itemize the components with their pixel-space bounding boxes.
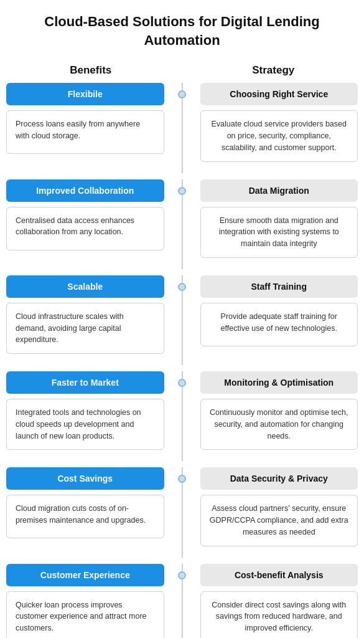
benefit-description: Quicker loan process improves customer e… — [6, 591, 164, 638]
page-title: Cloud-Based Solutions for Digital Lendin… — [6, 12, 358, 49]
right-column-header: Strategy — [189, 64, 358, 77]
timeline-row: Faster to MarketIntegrated tools and tec… — [6, 371, 358, 461]
benefit-button[interactable]: Customer Experience — [6, 564, 164, 586]
timeline-center — [175, 371, 189, 461]
benefit-button[interactable]: Scalable — [6, 275, 164, 298]
strategy-description: Continuously monitor and optimise tech, … — [200, 399, 358, 450]
benefit-description: Cloud migration cuts costs of on-premise… — [6, 495, 164, 538]
strategy-title: Cost-benefit Analysis — [200, 564, 358, 586]
strategy-block: Choosing Right ServiceEvaluate cloud ser… — [200, 83, 358, 161]
benefit-description: Process loans easily from anywhere with … — [6, 110, 164, 154]
strategy-column: Data Security & PrivacyAssess cloud part… — [189, 467, 358, 557]
strategy-column: Choosing Right ServiceEvaluate cloud ser… — [189, 83, 358, 173]
benefit-column: FlexibileProcess loans easily from anywh… — [6, 83, 175, 173]
timeline: FlexibileProcess loans easily from anywh… — [6, 83, 358, 638]
benefit-block: Customer ExperienceQuicker loan process … — [6, 564, 164, 638]
benefit-button[interactable]: Improved Collaboration — [6, 179, 164, 202]
benefit-column: Cost SavingsCloud migration cuts costs o… — [6, 467, 175, 557]
benefit-block: Improved CollaborationCentralised data a… — [6, 179, 164, 250]
benefit-block: Cost SavingsCloud migration cuts costs o… — [6, 467, 164, 538]
strategy-description: Provide adequate staff training for effe… — [200, 303, 358, 346]
timeline-dot — [178, 90, 186, 98]
timeline-row: Improved CollaborationCentralised data a… — [6, 179, 358, 269]
timeline-row: FlexibileProcess loans easily from anywh… — [6, 83, 358, 173]
left-column-header: Benefits — [6, 64, 175, 77]
strategy-block: Cost-benefit AnalysisConsider direct cos… — [200, 564, 358, 638]
timeline-dot — [178, 475, 186, 483]
strategy-description: Assess cloud partners' security, ensure … — [200, 495, 358, 546]
strategy-description: Ensure smooth data migration and integra… — [200, 207, 358, 258]
timeline-row: Customer ExperienceQuicker loan process … — [6, 564, 358, 638]
strategy-title: Monitoring & Optimisation — [200, 371, 358, 394]
benefit-button[interactable]: Cost Savings — [6, 467, 164, 490]
strategy-title: Choosing Right Service — [200, 83, 358, 105]
timeline-center — [175, 564, 189, 638]
strategy-column: Cost-benefit AnalysisConsider direct cos… — [189, 564, 358, 638]
columns-header: Benefits Strategy — [6, 64, 358, 77]
strategy-title: Staff Training — [200, 275, 358, 298]
strategy-title: Data Migration — [200, 179, 358, 202]
strategy-description: Consider direct cost savings along with … — [200, 591, 358, 638]
strategy-description: Evaluate cloud service providers based o… — [200, 110, 358, 161]
benefit-column: Improved CollaborationCentralised data a… — [6, 179, 175, 269]
strategy-title: Data Security & Privacy — [200, 467, 358, 490]
strategy-block: Data Security & PrivacyAssess cloud part… — [200, 467, 358, 546]
benefit-description: Cloud infrastructure scales with demand,… — [6, 303, 164, 354]
strategy-column: Monitoring & OptimisationContinuously mo… — [189, 371, 358, 461]
timeline-dot — [178, 571, 186, 579]
timeline-row: Cost SavingsCloud migration cuts costs o… — [6, 467, 358, 557]
timeline-center — [175, 467, 189, 557]
timeline-center — [175, 179, 189, 269]
timeline-dot — [178, 187, 186, 195]
strategy-column: Staff TrainingProvide adequate staff tra… — [189, 275, 358, 365]
benefit-column: Faster to MarketIntegrated tools and tec… — [6, 371, 175, 461]
timeline-dot — [178, 379, 186, 387]
benefit-description: Integrated tools and technologies on clo… — [6, 399, 164, 450]
benefit-block: FlexibileProcess loans easily from anywh… — [6, 83, 164, 154]
benefit-block: Faster to MarketIntegrated tools and tec… — [6, 371, 164, 450]
strategy-block: Monitoring & OptimisationContinuously mo… — [200, 371, 358, 450]
benefit-button[interactable]: Flexibile — [6, 83, 164, 105]
timeline-center — [175, 83, 189, 173]
benefit-column: ScalableCloud infrastructure scales with… — [6, 275, 175, 365]
strategy-block: Staff TrainingProvide adequate staff tra… — [200, 275, 358, 346]
timeline-row: ScalableCloud infrastructure scales with… — [6, 275, 358, 365]
strategy-column: Data MigrationEnsure smooth data migrati… — [189, 179, 358, 269]
benefit-button[interactable]: Faster to Market — [6, 371, 164, 394]
timeline-dot — [178, 283, 186, 291]
timeline-center — [175, 275, 189, 365]
strategy-block: Data MigrationEnsure smooth data migrati… — [200, 179, 358, 258]
benefit-column: Customer ExperienceQuicker loan process … — [6, 564, 175, 638]
benefit-description: Centralised data access enhances collabo… — [6, 207, 164, 250]
benefit-block: ScalableCloud infrastructure scales with… — [6, 275, 164, 354]
